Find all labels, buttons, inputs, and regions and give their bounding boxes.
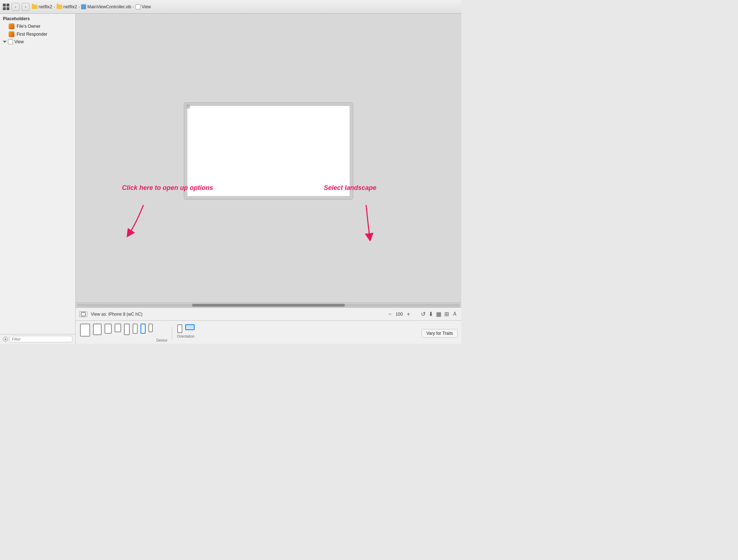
device-orientation-divider <box>172 327 172 340</box>
scrollbar-thumb[interactable] <box>192 304 345 307</box>
view-screen <box>187 106 350 196</box>
iphone-tall-icon <box>124 324 130 335</box>
canvas-content: ✕ Click here to open up options <box>76 14 461 302</box>
sidebar-item-files-owner[interactable]: File's Owner <box>0 22 75 30</box>
main-layout: Placeholders File's Owner First Responde… <box>0 14 461 344</box>
breadcrumb: netflix2 › netflix2 › MainViewController… <box>32 4 151 9</box>
orientation-label: Orientation <box>177 334 195 338</box>
device-iphone-small[interactable] <box>148 323 154 333</box>
filter-input[interactable] <box>9 336 72 342</box>
bottom-toolbar: View as: iPhone 8 (wC hC) − 100 + ↺ ⬇ ▦ … <box>76 307 461 344</box>
device-ipad-l[interactable] <box>92 323 102 336</box>
iphone-sel-icon <box>141 324 146 334</box>
grid-view-button[interactable]: ▦ <box>436 311 441 317</box>
iphone-sm-icon <box>148 324 153 332</box>
bottom-toolbar-top: View as: iPhone 8 (wC hC) − 100 + ↺ ⬇ ▦ … <box>76 308 461 321</box>
view-outer: ✕ <box>184 102 353 200</box>
svg-rect-0 <box>81 312 85 316</box>
sidebar-filter-bar: ⊕ <box>0 334 75 344</box>
folder-icon <box>57 5 62 9</box>
device-ipad-xl[interactable] <box>79 323 91 337</box>
device-iphone-selected[interactable] <box>140 323 146 334</box>
breadcrumb-netflix2-folder[interactable]: netflix2 <box>32 4 52 9</box>
device-label: Device <box>156 338 168 342</box>
vary-traits-button[interactable]: Vary for Traits <box>422 329 458 338</box>
landscape-icon <box>185 324 195 330</box>
download-button[interactable]: ⬇ <box>428 311 433 317</box>
ipad-l-icon <box>93 324 102 335</box>
zoom-value: 100 <box>394 312 405 317</box>
sidebar-item-view[interactable]: View <box>0 38 75 45</box>
grid-icon <box>3 4 9 10</box>
orientation-landscape-button[interactable] <box>184 324 195 334</box>
sidebar-tree: Placeholders File's Owner First Responde… <box>0 14 75 334</box>
expand-button[interactable]: ⊞ <box>444 311 449 317</box>
expand-triangle-icon <box>3 41 6 43</box>
view-frame: ✕ <box>184 102 353 200</box>
view-as-label: View as: iPhone 8 (wC hC) <box>91 312 142 317</box>
forward-button[interactable]: › <box>22 3 30 11</box>
breadcrumb-xib[interactable]: MainViewController.xib <box>81 4 131 9</box>
xib-icon <box>81 4 86 9</box>
annotation-arrow-2 <box>348 201 384 241</box>
first-responder-icon <box>9 31 14 37</box>
orientation-buttons <box>177 324 195 334</box>
ipad-xl-icon <box>80 324 90 337</box>
canvas-scroll[interactable]: ✕ Click here to open up options <box>76 14 461 302</box>
text-button[interactable]: Ａ <box>452 310 458 318</box>
orientation-section: Orientation <box>177 324 195 338</box>
back-button[interactable]: ‹ <box>12 3 19 11</box>
ipad-m-icon <box>105 324 112 334</box>
device-iphone-tall[interactable] <box>123 323 130 336</box>
folder-icon <box>32 5 37 9</box>
zoom-out-button[interactable]: − <box>388 311 391 317</box>
files-owner-icon <box>9 23 14 29</box>
canvas-area: ✕ Click here to open up options <box>76 14 461 344</box>
device-iphone-med[interactable] <box>132 323 138 334</box>
breadcrumb-view[interactable]: View <box>135 4 151 9</box>
refresh-button[interactable]: ↺ <box>421 311 426 317</box>
iphone-med-icon <box>133 324 138 334</box>
filter-icon: ⊕ <box>3 337 8 342</box>
zoom-controls: − 100 + <box>388 311 410 317</box>
view-icon <box>135 4 141 9</box>
view-as-toggle[interactable] <box>79 311 87 317</box>
toolbar-actions: ↺ ⬇ ▦ ⊞ Ａ <box>421 310 458 318</box>
scrollbar-track[interactable] <box>77 304 460 307</box>
annotation-arrow-1 <box>122 201 169 237</box>
placeholders-header: Placeholders <box>0 15 75 22</box>
horizontal-scrollbar[interactable] <box>76 302 461 307</box>
sidebar-item-first-responder[interactable]: First Responder <box>0 30 75 38</box>
device-selector: Device Orientation <box>76 321 461 344</box>
orientation-portrait-button[interactable] <box>177 324 183 334</box>
breadcrumb-netflix2-group[interactable]: netflix2 <box>57 4 77 9</box>
close-button[interactable]: ✕ <box>186 104 190 108</box>
zoom-in-button[interactable]: + <box>407 311 410 317</box>
view-box-icon <box>8 39 13 44</box>
portrait-icon <box>177 324 182 333</box>
device-ipad-s[interactable] <box>114 323 122 333</box>
sidebar: Placeholders File's Owner First Responde… <box>0 14 76 344</box>
device-ipad-m[interactable] <box>104 323 112 334</box>
top-toolbar: ‹ › netflix2 › netflix2 › MainViewContro… <box>0 0 461 14</box>
